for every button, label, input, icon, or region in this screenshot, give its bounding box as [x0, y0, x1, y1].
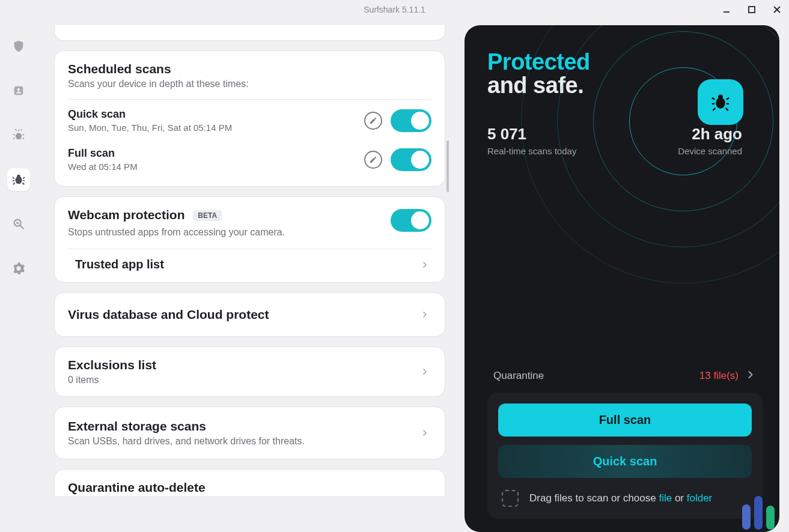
sidebar-item-alert[interactable] — [7, 124, 30, 147]
svg-line-21 — [22, 183, 24, 185]
virus-db-title: Virus database and Cloud protect — [68, 307, 269, 322]
svg-point-26 — [718, 95, 723, 100]
card-partial-top — [54, 25, 445, 41]
row-quick-scan: Quick scan Sun, Mon, Tue, Thu, Fri, Sat … — [68, 100, 431, 134]
full-scan-toggle[interactable] — [391, 148, 431, 171]
svg-line-11 — [22, 135, 24, 135]
svg-line-16 — [13, 177, 14, 178]
edit-full-scan-button[interactable] — [364, 151, 382, 169]
svg-line-23 — [20, 226, 24, 229]
minimize-button[interactable] — [718, 1, 735, 18]
bug-icon — [12, 173, 25, 186]
quarantine-auto-delete-title: Quarantine auto-delete — [68, 480, 206, 495]
chevron-right-icon — [418, 426, 431, 440]
webcam-toggle[interactable] — [391, 209, 431, 232]
stat-scans-today: 5 071 Real-time scans today — [487, 125, 576, 156]
svg-line-20 — [13, 183, 15, 185]
drop-box-icon — [502, 490, 519, 507]
quick-scan-toggle[interactable] — [391, 109, 431, 132]
scrollbar-thumb[interactable] — [446, 141, 449, 192]
svg-line-8 — [16, 129, 17, 131]
quick-scan-schedule: Sun, Mon, Tue, Thu, Fri, Sat at 05:14 PM — [68, 122, 356, 133]
card-external-storage[interactable]: External storage scans Scan USBs, hard d… — [54, 407, 445, 459]
chevron-right-icon — [418, 308, 431, 321]
pencil-icon — [369, 116, 377, 125]
sidebar-item-identity[interactable] — [7, 79, 30, 102]
alert-bug-icon — [12, 128, 25, 142]
svg-line-12 — [13, 138, 15, 139]
sidebar-item-search[interactable] — [7, 213, 30, 235]
svg-point-24 — [16, 222, 19, 224]
beta-badge: BETA — [193, 210, 222, 221]
external-subtitle: Scan USBs, hard drives, and network driv… — [68, 436, 305, 447]
svg-line-28 — [727, 98, 729, 100]
exclusions-title: Exclusions list — [68, 358, 156, 372]
card-quarantine-auto-delete[interactable]: Quarantine auto-delete — [54, 469, 445, 496]
scheduled-subtitle: Scans your device in depth at these time… — [68, 79, 431, 89]
pencil-icon — [369, 156, 377, 164]
svg-line-17 — [23, 177, 25, 178]
svg-line-32 — [726, 108, 728, 110]
svg-point-6 — [16, 133, 22, 139]
status-hero-line1: Protected — [487, 49, 763, 75]
card-webcam-protection: Webcam protection BETA Stops untrusted a… — [54, 196, 445, 283]
choose-folder-link[interactable]: folder — [687, 492, 713, 504]
edit-quick-scan-button[interactable] — [364, 112, 382, 130]
card-scheduled-scans: Scheduled scans Scans your device in dep… — [54, 50, 445, 187]
bug-icon — [710, 92, 731, 112]
webcam-subtitle: Stops untrusted apps from accessing your… — [68, 227, 391, 238]
external-title: External storage scans — [68, 419, 305, 434]
card-exclusions[interactable]: Exclusions list 0 items — [54, 346, 445, 397]
quick-scan-button[interactable]: Quick scan — [498, 445, 752, 478]
drop-text: Drag files to scan or choose file or fol… — [529, 492, 712, 504]
trusted-app-list-row[interactable]: Trusted app list — [68, 249, 431, 271]
full-scan-button[interactable]: Full scan — [498, 404, 752, 437]
settings-column: Scheduled scans Scans your device in dep… — [43, 25, 449, 532]
webcam-header: Webcam protection BETA Stops untrusted a… — [68, 208, 431, 238]
scan-actions: Full scan Quick scan Drag files to scan … — [487, 393, 763, 519]
chevron-right-icon — [418, 258, 431, 271]
svg-point-5 — [17, 88, 20, 91]
svg-line-31 — [713, 108, 715, 110]
choose-file-link[interactable]: file — [659, 492, 672, 504]
decorative-bars — [742, 496, 775, 530]
search-icon — [12, 217, 25, 231]
svg-line-27 — [712, 98, 714, 100]
gear-icon — [12, 262, 25, 275]
sidebar-item-antivirus[interactable] — [7, 168, 30, 191]
sidebar-item-settings[interactable] — [7, 257, 30, 280]
shield-icon — [12, 40, 25, 53]
quick-scan-title: Quick scan — [68, 108, 356, 121]
status-panel: Protected and safe. 5 071 Real-time scan… — [465, 25, 779, 532]
full-scan-title: Full scan — [68, 147, 356, 160]
scans-today-value: 5 071 — [487, 125, 576, 144]
stat-last-scan: 2h ago Device scanned — [678, 125, 742, 156]
quarantine-label: Quarantine — [493, 370, 544, 382]
full-scan-schedule: Wed at 05:14 PM — [68, 162, 356, 172]
stats-row: 5 071 Real-time scans today 2h ago Devic… — [487, 125, 763, 156]
maximize-button[interactable] — [743, 1, 760, 18]
scheduled-title: Scheduled scans — [68, 62, 431, 76]
svg-line-10 — [13, 135, 15, 135]
last-scan-label: Device scanned — [678, 146, 742, 156]
quarantine-count: 13 file(s) — [699, 370, 739, 382]
webcam-title: Webcam protection BETA — [68, 208, 391, 222]
chevron-right-icon — [418, 365, 431, 378]
sidebar-item-vpn[interactable] — [7, 35, 30, 58]
scans-today-label: Real-time scans today — [487, 146, 576, 156]
svg-line-9 — [21, 129, 22, 131]
titlebar: Surfshark 5.11.1 — [0, 0, 789, 19]
quarantine-row[interactable]: Quarantine 13 file(s) — [487, 366, 763, 393]
drop-zone[interactable]: Drag files to scan or choose file or fol… — [498, 486, 752, 507]
window-title: Surfshark 5.11.1 — [364, 5, 425, 14]
exclusions-count: 0 items — [68, 375, 156, 385]
chevron-right-icon — [745, 369, 757, 383]
close-button[interactable] — [769, 1, 785, 18]
trusted-app-label: Trusted app list — [75, 258, 164, 271]
svg-rect-1 — [749, 7, 755, 13]
sidebar — [0, 19, 37, 532]
card-virus-database[interactable]: Virus database and Cloud protect — [54, 292, 445, 337]
svg-point-15 — [17, 175, 20, 178]
window-controls — [718, 0, 785, 19]
user-icon — [12, 84, 25, 97]
